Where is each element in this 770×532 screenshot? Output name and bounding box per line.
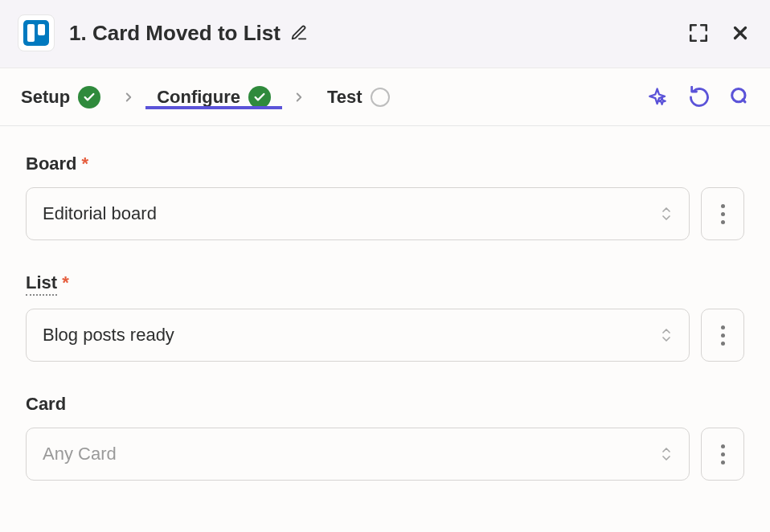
card-field-row: Any Card [26, 428, 744, 481]
step-label: Test [327, 87, 362, 108]
panel-title: 1. Card Moved to List [69, 21, 281, 46]
board-select[interactable]: Editorial board [26, 187, 690, 240]
chevron-updown-icon [660, 327, 673, 343]
label-text: List [26, 272, 57, 296]
list-select[interactable]: Blog posts ready [26, 309, 690, 362]
list-label: List * [26, 272, 744, 296]
step-label: Configure [157, 87, 240, 108]
edit-title-icon[interactable] [290, 24, 308, 42]
more-vertical-icon [721, 204, 725, 224]
chevron-updown-icon [660, 206, 673, 222]
search-icon[interactable] [728, 86, 751, 108]
select-value: Blog posts ready [43, 325, 174, 346]
sparkle-icon[interactable] [648, 86, 670, 108]
app-icon-container [18, 14, 55, 51]
card-more-button[interactable] [701, 428, 744, 481]
list-more-button[interactable] [701, 309, 744, 362]
more-vertical-icon [721, 325, 725, 346]
required-asterisk: * [82, 153, 89, 174]
header-actions [688, 23, 751, 43]
step-actions [648, 86, 751, 108]
step-label: Setup [21, 87, 70, 108]
board-more-button[interactable] [701, 187, 744, 240]
panel-header: 1. Card Moved to List [0, 0, 770, 68]
check-icon [248, 86, 271, 108]
board-field-row: Editorial board [26, 187, 744, 240]
select-value: Editorial board [43, 203, 157, 224]
more-vertical-icon [721, 444, 725, 464]
trello-icon [23, 20, 49, 46]
close-icon[interactable] [730, 23, 751, 43]
chevron-updown-icon [660, 446, 673, 462]
expand-icon[interactable] [688, 23, 709, 43]
steps-nav: Setup Configure Test [0, 68, 770, 126]
required-asterisk: * [62, 272, 69, 293]
card-select[interactable]: Any Card [26, 428, 690, 481]
chevron-right-icon [121, 90, 136, 104]
configure-form: Board * Editorial board List * Blog post… [0, 126, 770, 481]
list-field-row: Blog posts ready [26, 309, 744, 362]
step-test[interactable]: Test [326, 87, 391, 108]
active-tab-underline [145, 106, 282, 109]
step-configure[interactable]: Configure [155, 86, 272, 108]
label-text: Board [26, 153, 77, 174]
chevron-right-icon [292, 90, 306, 104]
svg-line-3 [743, 99, 745, 101]
undo-icon[interactable] [688, 86, 711, 108]
pending-status-icon [371, 88, 390, 107]
select-placeholder: Any Card [43, 444, 117, 464]
step-setup[interactable]: Setup [19, 86, 102, 108]
board-label: Board * [26, 153, 744, 174]
label-text: Card [26, 394, 66, 415]
card-label: Card [26, 394, 744, 415]
check-icon [78, 86, 100, 108]
